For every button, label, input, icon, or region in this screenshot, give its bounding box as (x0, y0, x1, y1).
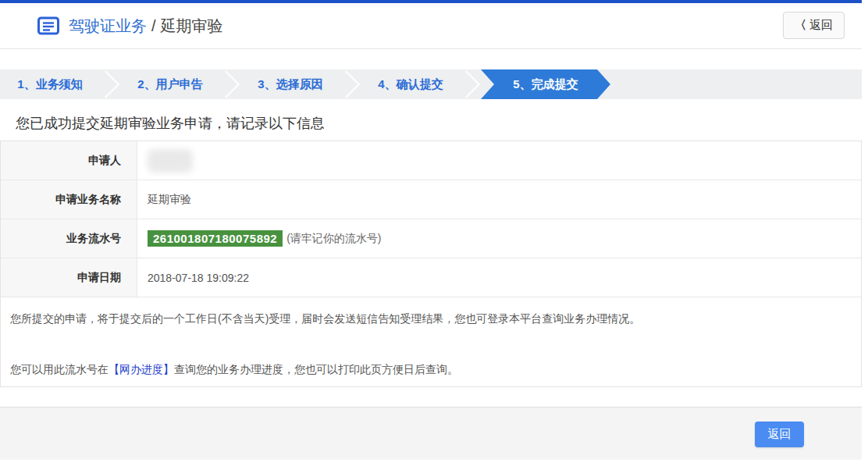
breadcrumb: 驾驶证业务 / 延期审验 (0, 16, 223, 37)
step-4-confirm-submit: 4、确认提交 (361, 69, 461, 99)
serial-number-label: 业务流水号 (1, 219, 137, 258)
table-row-applicant: 申请人 (1, 141, 861, 180)
applicant-value (137, 141, 861, 180)
serial-number-note: (请牢记你的流水号) (286, 232, 381, 246)
notes-section: 您所提交的申请，将于提交后的一个工作日(不含当天)受理，届时会发送短信告知受理结… (1, 297, 861, 386)
step-2-user-declaration: 2、用户申告 (120, 69, 220, 99)
back-button-top-label: 返回 (809, 18, 833, 33)
serial-number-value: 261001807180075892 (请牢记你的流水号) (137, 219, 861, 258)
back-button-bottom[interactable]: 返回 (755, 422, 804, 447)
redacted-name-blur (148, 149, 193, 173)
note-progress-query: 您可以用此流水号在【网办进度】查询您的业务办理进度，您也可以打印此页方便日后查询… (10, 362, 852, 378)
back-button-top[interactable]: 〈 返回 (783, 12, 845, 39)
note-processing-time: 您所提交的申请，将于提交后的一个工作日(不含当天)受理，届时会发送短信告知受理结… (10, 311, 852, 327)
applicant-label: 申请人 (1, 141, 137, 180)
table-row-business-name: 申请业务名称 延期审验 (1, 180, 861, 219)
list-icon (37, 16, 59, 35)
step-separator-icon (340, 69, 361, 99)
serial-number-badge: 261001807180075892 (148, 230, 283, 247)
result-info-card: 申请人 申请业务名称 延期审验 业务流水号 261001807180075892… (0, 141, 862, 387)
online-progress-link[interactable]: 【网办进度】 (108, 363, 174, 375)
footer-bar: 返回 (0, 407, 862, 460)
page-header: 驾驶证业务 / 延期审验 〈 返回 (0, 3, 862, 49)
note-progress-suffix: 查询您的业务办理进度，您也可以打印此页方便日后查询。 (174, 363, 458, 375)
step-separator-icon (100, 69, 120, 99)
apply-date-label: 申请日期 (1, 258, 137, 297)
business-name-value: 延期审验 (137, 180, 861, 219)
success-message: 您已成功提交延期审验业务申请，请记录以下信息 (16, 114, 868, 133)
page-title-service: 延期审验 (161, 16, 223, 37)
business-name-label: 申请业务名称 (1, 180, 137, 219)
title-separator: / (151, 17, 156, 35)
step-5-complete-submit: 5、完成提交 (481, 69, 610, 99)
table-row-apply-date: 申请日期 2018-07-18 19:09:22 (1, 258, 861, 297)
step-1-business-notice: 1、业务须知 (0, 69, 100, 99)
apply-date-value: 2018-07-18 19:09:22 (137, 258, 861, 297)
step-separator-icon (220, 69, 240, 99)
step-3-select-reason: 3、选择原因 (240, 69, 340, 99)
step-progress-bar: 1、业务须知 2、用户申告 3、选择原因 4、确认提交 5、完成提交 (0, 69, 862, 99)
table-row-serial-number: 业务流水号 261001807180075892 (请牢记你的流水号) (1, 219, 861, 258)
page: 驾驶证业务 / 延期审验 〈 返回 1、业务须知 2、用户申告 3、选择原因 4… (0, 0, 868, 466)
chevron-left-icon: 〈 (795, 18, 806, 33)
page-title-business: 驾驶证业务 (69, 16, 147, 37)
step-separator-icon (461, 69, 481, 99)
note-progress-prefix: 您可以用此流水号在 (10, 363, 108, 375)
